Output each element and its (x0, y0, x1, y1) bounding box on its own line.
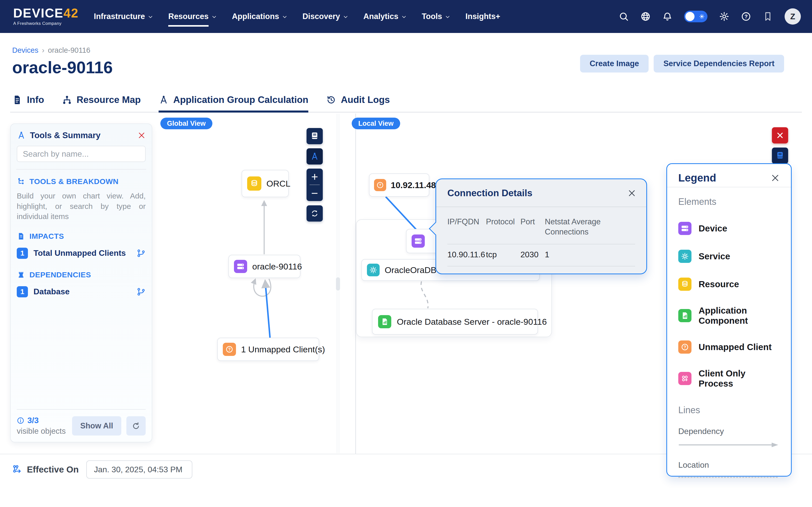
globe-icon[interactable] (641, 11, 651, 21)
tab-info[interactable]: Info (12, 93, 44, 113)
toggle-knob (686, 12, 695, 21)
bookmark-icon[interactable] (763, 11, 773, 21)
col-protocol: Protocol (486, 217, 520, 237)
svg-text:?: ? (683, 345, 686, 349)
legend-item-service: Service (678, 250, 780, 263)
breadcrumb: Devices › oracle-90116 (12, 46, 90, 55)
popup-title: Connection Details (447, 188, 532, 199)
page-title: oracle-90116 (12, 58, 113, 77)
chevron-down-icon (343, 14, 349, 20)
close-icon[interactable] (771, 173, 780, 182)
menu-tools[interactable]: Tools (422, 12, 451, 21)
popup-table-header: IP/FQDN Protocol Port Netstat Average Co… (436, 207, 646, 237)
divider (16, 169, 146, 170)
close-local-view-button[interactable] (772, 127, 788, 144)
node-unmapped-clients[interactable]: ? 1 Unmapped Client(s) (217, 338, 319, 361)
theme-toggle[interactable] (684, 11, 707, 22)
chevron-down-icon (147, 14, 154, 20)
user-avatar[interactable]: Z (784, 8, 801, 24)
info-icon (17, 417, 24, 425)
menu-analytics[interactable]: Analytics (363, 12, 407, 21)
tower-icon (17, 271, 26, 279)
col-port: Port (520, 217, 545, 237)
device42-logo[interactable]: DEVICE42 A Freshworks Company (13, 7, 79, 26)
version-branch-icon (12, 464, 22, 474)
zoom-out-button[interactable]: − (307, 185, 323, 201)
recalculate-button[interactable] (307, 205, 323, 222)
tab-resource-map[interactable]: Resource Map (62, 93, 141, 113)
top-navbar: DEVICE42 A Freshworks Company Infrastruc… (0, 0, 812, 33)
breadcrumb-separator: › (42, 46, 44, 55)
effective-date-value: Jan. 30, 2025, 04:53 PM (94, 465, 183, 474)
menu-insights[interactable]: Insights+ (465, 12, 500, 21)
device-icon (234, 260, 247, 273)
service-icon (367, 264, 379, 276)
menu-resources[interactable]: Resources (168, 6, 217, 26)
divider (447, 266, 635, 267)
zoom-in-button[interactable]: + (307, 169, 323, 184)
refresh-icon (132, 421, 141, 431)
main-menu: Infrastructure Resources Applications Di… (94, 6, 500, 26)
node-device-oracle-90116[interactable]: oracle-90116 (229, 255, 300, 278)
dependency-line-sample (678, 442, 780, 448)
location-line-sample (678, 477, 778, 478)
create-image-button[interactable]: Create Image (580, 55, 649, 72)
navbar-utilities: ? Z (619, 8, 801, 24)
effective-date-input[interactable]: Jan. 30, 2025, 04:53 PM (86, 460, 192, 478)
node-resource-orcl[interactable]: ORCL (242, 170, 289, 197)
service-dependencies-report-button[interactable]: Service Dependencies Report (654, 55, 784, 72)
legend-toggle-button[interactable] (772, 148, 788, 164)
tabs: Info Resource Map Application Group Calc… (12, 93, 390, 113)
legend-location-label: Location (678, 460, 780, 470)
tools-summary-toggle-button[interactable] (307, 148, 323, 165)
refresh-button[interactable] (126, 416, 146, 436)
chevron-down-icon (282, 14, 288, 20)
cell-netstat: 1 (545, 250, 635, 259)
global-view-scrollbar-thumb[interactable] (336, 277, 340, 290)
compass-tool-icon (17, 131, 26, 140)
impacts-row-total-unmapped-clients[interactable]: 1 Total Unmapped Clients (17, 248, 146, 259)
book-icon (310, 131, 319, 141)
chevron-down-icon (445, 14, 451, 20)
dependencies-heading: DEPENDENCIES (17, 271, 146, 279)
application-component-icon (378, 315, 391, 328)
device-icon (412, 234, 425, 248)
unmapped-client-icon: ? (374, 179, 386, 191)
brand-text: DEVICE42 (13, 7, 79, 19)
show-all-button[interactable]: Show All (72, 416, 121, 436)
sync-icon (310, 209, 319, 218)
breadcrumb-devices-link[interactable]: Devices (12, 46, 38, 55)
settings-gear-icon[interactable] (719, 11, 729, 21)
effective-on-label: Effective On (27, 464, 79, 474)
close-icon[interactable] (627, 189, 636, 198)
tab-application-group-calculation[interactable]: Application Group Calculation (159, 93, 308, 113)
close-icon[interactable] (138, 131, 146, 139)
help-icon[interactable]: ? (741, 11, 751, 21)
dependencies-row-database[interactable]: 1 Database (17, 286, 146, 297)
col-netstat: Netstat Average Connections (545, 217, 635, 237)
branch-icon[interactable] (137, 287, 146, 296)
node-unmapped-ip[interactable]: ? 10.92.11.48 (369, 173, 429, 197)
zoom-controls: + − (307, 169, 323, 201)
notifications-bell-icon[interactable] (662, 11, 672, 21)
legend-item-application-component: Application Component (678, 305, 780, 326)
menu-discovery[interactable]: Discovery (302, 12, 349, 21)
search-input[interactable] (17, 146, 146, 162)
panel-title: Tools & Summary (30, 130, 100, 140)
resource-icon (678, 278, 692, 291)
tree-list-icon (17, 177, 26, 186)
legend-dependency-label: Dependency (678, 427, 780, 436)
application-component-icon (678, 309, 692, 322)
node-app-component-oracle-db-server[interactable]: Oracle Database Server - oracle-90116 (372, 309, 538, 335)
device-icon (678, 222, 692, 235)
tab-audit-logs[interactable]: Audit Logs (326, 93, 390, 113)
node-list-button[interactable] (307, 128, 323, 144)
search-icon[interactable] (619, 11, 629, 21)
cell-ip: 10.90.11.6 (447, 250, 486, 259)
breadcrumb-current: oracle-90116 (48, 46, 90, 55)
menu-applications[interactable]: Applications (232, 12, 288, 21)
legend-panel: Legend Elements Device Service Resource … (666, 163, 792, 476)
branch-icon[interactable] (137, 249, 146, 258)
sun-icon (699, 14, 705, 19)
menu-infrastructure[interactable]: Infrastructure (94, 12, 154, 21)
